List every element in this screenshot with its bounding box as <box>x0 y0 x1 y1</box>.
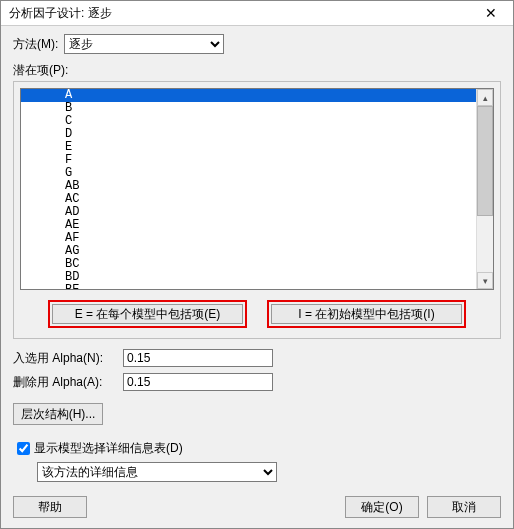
alpha-enter-label: 入选用 Alpha(N): <box>13 350 123 367</box>
cancel-button[interactable]: 取消 <box>427 496 501 518</box>
scroll-up-icon[interactable]: ▴ <box>477 89 493 106</box>
method-select[interactable]: 逐步 <box>64 34 224 54</box>
details-checkbox-row: 显示模型选择详细信息表(D) <box>13 439 501 458</box>
list-item[interactable]: AB <box>21 180 476 193</box>
footer-left: 帮助 <box>13 496 87 518</box>
include-initial-highlight: I = 在初始模型中包括项(I) <box>267 300 466 328</box>
dialog-window: 分析因子设计: 逐步 ✕ 方法(M): 逐步 潜在项(P): ABCDEFGAB… <box>0 0 514 529</box>
list-item[interactable]: BC <box>21 258 476 271</box>
include-initial-button[interactable]: I = 在初始模型中包括项(I) <box>271 304 462 324</box>
listbox-inner: ABCDEFGABACADAEAFAGBCBDBEBF <box>21 89 476 289</box>
alpha-enter-row: 入选用 Alpha(N): <box>13 349 501 367</box>
scrollbar[interactable]: ▴ ▾ <box>476 89 493 289</box>
help-button[interactable]: 帮助 <box>13 496 87 518</box>
potential-label: 潜在项(P): <box>13 62 501 79</box>
alpha-remove-row: 删除用 Alpha(A): <box>13 373 501 391</box>
list-item[interactable]: A <box>21 89 476 102</box>
list-item[interactable]: C <box>21 115 476 128</box>
close-icon: ✕ <box>485 5 497 21</box>
details-select[interactable]: 该方法的详细信息 <box>37 462 277 482</box>
list-item[interactable]: BD <box>21 271 476 284</box>
list-item[interactable]: E <box>21 141 476 154</box>
list-item[interactable]: AE <box>21 219 476 232</box>
dialog-footer: 帮助 确定(O) 取消 <box>1 490 513 528</box>
scroll-thumb[interactable] <box>477 106 493 216</box>
list-item[interactable]: BE <box>21 284 476 289</box>
list-item[interactable]: B <box>21 102 476 115</box>
include-buttons-row: E = 在每个模型中包括项(E) I = 在初始模型中包括项(I) <box>20 300 494 328</box>
list-item[interactable]: AD <box>21 206 476 219</box>
include-every-button[interactable]: E = 在每个模型中包括项(E) <box>52 304 243 324</box>
dialog-body: 方法(M): 逐步 潜在项(P): ABCDEFGABACADAEAFAGBCB… <box>1 26 513 490</box>
list-item[interactable]: G <box>21 167 476 180</box>
hierarchy-button[interactable]: 层次结构(H)... <box>13 403 103 425</box>
list-item[interactable]: AC <box>21 193 476 206</box>
list-item[interactable]: D <box>21 128 476 141</box>
method-label: 方法(M): <box>13 36 58 53</box>
window-title: 分析因子设计: 逐步 <box>9 5 112 22</box>
list-item[interactable]: F <box>21 154 476 167</box>
title-bar: 分析因子设计: 逐步 ✕ <box>1 1 513 26</box>
details-checkbox-label[interactable]: 显示模型选择详细信息表(D) <box>34 440 183 457</box>
include-every-highlight: E = 在每个模型中包括项(E) <box>48 300 247 328</box>
details-checkbox[interactable] <box>17 442 30 455</box>
list-item[interactable]: AG <box>21 245 476 258</box>
close-button[interactable]: ✕ <box>473 3 509 23</box>
scroll-track[interactable] <box>477 106 493 272</box>
alpha-enter-input[interactable] <box>123 349 273 367</box>
alpha-remove-label: 删除用 Alpha(A): <box>13 374 123 391</box>
ok-button[interactable]: 确定(O) <box>345 496 419 518</box>
potential-listbox[interactable]: ABCDEFGABACADAEAFAGBCBDBEBF ▴ ▾ <box>20 88 494 290</box>
method-row: 方法(M): 逐步 <box>13 34 501 54</box>
list-item[interactable]: AF <box>21 232 476 245</box>
footer-right: 确定(O) 取消 <box>345 496 501 518</box>
scroll-down-icon[interactable]: ▾ <box>477 272 493 289</box>
alpha-remove-input[interactable] <box>123 373 273 391</box>
terms-group: ABCDEFGABACADAEAFAGBCBDBEBF ▴ ▾ E = 在每个模… <box>13 81 501 339</box>
